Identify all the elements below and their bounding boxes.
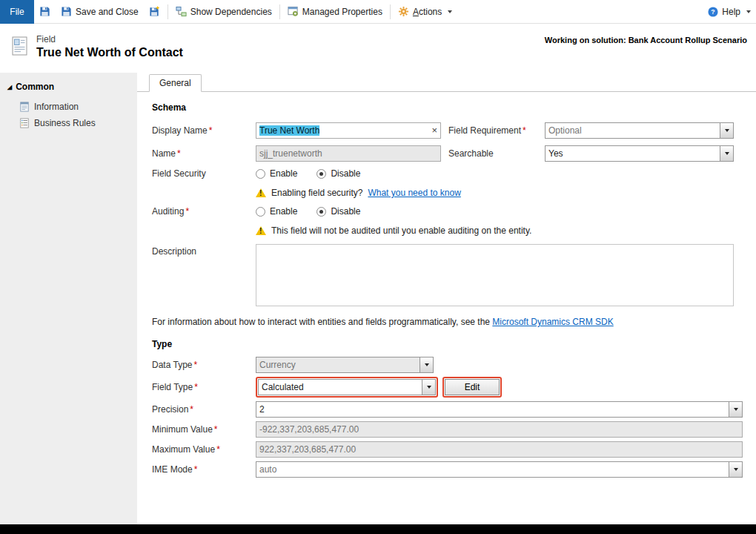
ime-mode-row: IME Mode* auto	[152, 461, 744, 478]
edit-button-highlight-box: Edit	[442, 377, 502, 398]
maximum-value: 922,337,203,685,477.00	[259, 444, 356, 455]
sidebar: ◢ Common Information Business Rules	[0, 73, 137, 524]
dropdown-arrow-icon[interactable]	[729, 462, 742, 477]
toolbar-separator	[279, 4, 280, 19]
maximum-value-row: Maximum Value* 922,337,203,685,477.00	[152, 441, 744, 458]
data-type-value: Currency	[256, 357, 420, 372]
save-and-close-label: Save and Close	[76, 7, 139, 17]
field-security-label: Field Security	[152, 168, 256, 179]
toolbar-separator	[168, 4, 168, 19]
type-section-heading: Type	[152, 339, 744, 349]
auditing-row: Auditing* Enable Disable	[152, 206, 744, 217]
label-text: Description	[152, 246, 196, 257]
ime-mode-value: auto	[256, 462, 729, 477]
warning-text: This field will not be audited until you…	[271, 225, 531, 236]
display-name-row: Display Name* True Net Worth × Field Req…	[152, 122, 744, 139]
required-marker: *	[185, 206, 189, 217]
description-label: Description	[152, 244, 256, 257]
file-tab-label: File	[10, 7, 24, 17]
required-marker: *	[216, 444, 220, 455]
warning-icon	[256, 188, 266, 197]
field-type-value: Calculated	[259, 380, 422, 395]
sidebar-group-common[interactable]: ◢ Common	[7, 82, 137, 92]
required-marker: *	[193, 360, 197, 370]
tabstrip: General	[137, 73, 756, 92]
help-button[interactable]: ? Help	[703, 0, 756, 24]
precision-dropdown[interactable]: 2	[256, 401, 743, 418]
sdk-note-text: For information about how to interact wi…	[152, 317, 490, 327]
entity-type-label: Field	[36, 34, 183, 44]
dropdown-arrow-icon	[420, 357, 433, 372]
chevron-down-icon	[448, 10, 452, 13]
field-security-disable-radio[interactable]: Disable	[316, 168, 360, 179]
display-name-input[interactable]: True Net Worth ×	[256, 122, 441, 139]
label-text: Searchable	[448, 148, 494, 159]
searchable-dropdown[interactable]: Yes	[545, 145, 734, 162]
help-icon: ?	[708, 7, 718, 17]
data-type-dropdown: Currency	[256, 357, 434, 373]
radio-unchecked-icon	[256, 207, 265, 217]
clear-input-icon[interactable]: ×	[431, 125, 437, 136]
sidebar-item-label: Information	[34, 102, 79, 112]
sdk-link[interactable]: Microsoft Dynamics CRM SDK	[492, 317, 613, 327]
sidebar-item-information[interactable]: Information	[7, 99, 137, 115]
field-type-row: Field Type* Calculated Edit	[152, 377, 744, 398]
auditing-warning: This field will not be audited until you…	[256, 225, 744, 236]
ime-mode-label: IME Mode*	[152, 464, 256, 475]
maximum-value-input: 922,337,203,685,477.00	[256, 441, 743, 458]
window-body: ◢ Common Information Business Rules Gene…	[0, 73, 756, 524]
radio-checked-icon	[316, 207, 326, 217]
ime-mode-dropdown[interactable]: auto	[256, 461, 743, 478]
show-dependencies-label: Show Dependencies	[190, 7, 272, 17]
auditing-enable-radio[interactable]: Enable	[256, 206, 297, 217]
precision-row: Precision* 2	[152, 401, 744, 418]
warning-icon	[256, 226, 266, 235]
dropdown-arrow-icon[interactable]	[720, 123, 733, 138]
tab-general[interactable]: General	[149, 74, 202, 92]
dropdown-arrow-icon[interactable]	[422, 380, 435, 395]
schema-section-heading: Schema	[152, 102, 744, 113]
field-entity-icon	[10, 36, 30, 56]
sidebar-item-business-rules[interactable]: Business Rules	[7, 115, 137, 131]
actions-button[interactable]: Actions	[393, 0, 457, 24]
label-text: Display Name	[152, 125, 208, 136]
header-titles: Field True Net Worth of Contact	[36, 34, 183, 59]
description-textarea[interactable]	[256, 244, 734, 306]
name-row: Name* sjj_truenetworth Searchable Yes	[152, 145, 744, 162]
label-text: Field Type	[152, 382, 193, 392]
svg-text:?: ?	[712, 8, 715, 16]
label-text: Field Security	[152, 168, 206, 179]
field-requirement-value: Optional	[546, 123, 720, 138]
save-and-close-button[interactable]: Save and Close	[56, 0, 144, 24]
field-requirement-dropdown[interactable]: Optional	[545, 122, 734, 139]
label-text: Field Requirement	[448, 125, 521, 136]
auditing-disable-radio[interactable]: Disable	[316, 206, 360, 217]
file-tab[interactable]: File	[0, 0, 34, 24]
label-text: Precision	[152, 404, 188, 415]
page-title: True Net Worth of Contact	[36, 46, 183, 59]
bottom-bar	[0, 524, 756, 534]
field-type-dropdown[interactable]: Calculated	[258, 379, 436, 395]
save-and-new-button[interactable]	[144, 0, 165, 24]
edit-button[interactable]: Edit	[445, 379, 500, 395]
dropdown-arrow-icon[interactable]	[729, 402, 742, 417]
show-dependencies-button[interactable]: Show Dependencies	[170, 0, 277, 24]
required-marker: *	[177, 148, 181, 159]
managed-properties-button[interactable]: Managed Properties	[282, 0, 388, 24]
field-security-enable-radio[interactable]: Enable	[256, 168, 297, 179]
radio-label: Disable	[331, 168, 360, 179]
required-marker: *	[523, 125, 526, 136]
data-type-row: Data Type* Currency	[152, 357, 744, 373]
required-marker: *	[194, 464, 198, 475]
save-and-new-icon	[149, 6, 160, 17]
warning-text: Enabling field security?	[271, 188, 362, 198]
dropdown-arrow-icon[interactable]	[720, 146, 733, 161]
field-security-help-link[interactable]: What you need to know	[368, 188, 460, 198]
maximum-value-label: Maximum Value*	[152, 444, 256, 455]
field-type-label: Field Type*	[152, 382, 256, 392]
name-label: Name*	[152, 148, 256, 159]
radio-label: Disable	[331, 206, 360, 217]
required-marker: *	[194, 382, 198, 392]
save-button[interactable]	[34, 0, 56, 24]
main-content: General Schema Display Name* True Net Wo…	[137, 73, 756, 524]
